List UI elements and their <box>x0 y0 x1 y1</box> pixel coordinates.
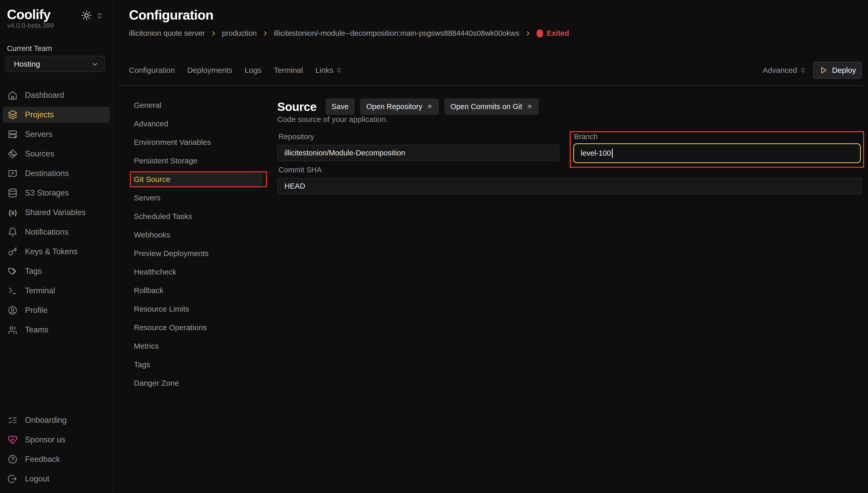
branch-input[interactable]: level-100 <box>573 143 861 163</box>
external-link-icon <box>426 103 433 110</box>
sidebar-item-dashboard[interactable]: Dashboard <box>0 85 112 105</box>
bell-icon <box>8 227 18 237</box>
subnav-item-rollback[interactable]: Rollback <box>129 281 268 300</box>
source-header-row: Source Save Open Repository Open Commits… <box>277 99 538 115</box>
chevrons-up-down-icon <box>336 67 342 73</box>
breadcrumb: illicitonion quote server production ill… <box>129 29 569 38</box>
theme-toggle-button[interactable] <box>81 10 92 21</box>
subnav-item-scheduled-tasks[interactable]: Scheduled Tasks <box>129 207 268 226</box>
database-icon <box>8 188 18 198</box>
layers-icon <box>8 110 18 120</box>
external-link-icon <box>526 103 533 110</box>
subnav-item-environment-variables[interactable]: Environment Variables <box>129 133 268 152</box>
current-team-label: Current Team <box>7 44 52 53</box>
sidebar-item-sponsor-us[interactable]: Sponsor us <box>0 430 112 450</box>
open-commits-button[interactable]: Open Commits on Git <box>445 99 538 115</box>
tab-terminal[interactable]: Terminal <box>274 66 303 74</box>
sidebar-item-tags[interactable]: Tags <box>0 261 112 281</box>
sidebar-item-teams[interactable]: Teams <box>0 320 112 340</box>
source-section-title: Source <box>277 100 317 114</box>
settings-subnav: General Advanced Environment Variables P… <box>129 96 268 392</box>
home-icon <box>8 90 18 100</box>
breadcrumb-application[interactable]: illicitestonion/-module--decomposition:m… <box>274 29 519 38</box>
sidebar-footer-nav: Onboarding Sponsor us Feedback Logout <box>0 410 112 489</box>
advanced-dropdown[interactable]: Advanced <box>763 63 806 78</box>
subnav-item-resource-limits[interactable]: Resource Limits <box>129 300 268 318</box>
sidebar-item-keys-tokens[interactable]: Keys & Tokens <box>0 242 112 261</box>
text-cursor <box>612 149 613 158</box>
sidebar: Coolify v4.0.0-beta.399 Current Team Hos… <box>0 0 112 493</box>
chevrons-up-down-icon <box>96 12 104 20</box>
tab-logs[interactable]: Logs <box>245 66 261 74</box>
subnav-item-preview-deployments[interactable]: Preview Deployments <box>129 244 268 263</box>
users-icon <box>8 325 18 335</box>
tab-configuration[interactable]: Configuration <box>129 66 175 74</box>
commit-sha-label: Commit SHA <box>278 166 322 174</box>
app-version: v4.0.0-beta.399 <box>7 22 54 29</box>
sidebar-item-terminal[interactable]: Terminal <box>0 281 112 301</box>
breadcrumb-project[interactable]: illicitonion quote server <box>129 29 205 38</box>
sidebar-item-projects[interactable]: Projects <box>3 107 110 123</box>
subnav-item-resource-operations[interactable]: Resource Operations <box>129 318 268 337</box>
deploy-button[interactable]: Deploy <box>813 62 862 79</box>
git-source-icon <box>8 149 18 159</box>
sidebar-item-shared-variables[interactable]: (x) Shared Variables <box>0 203 112 222</box>
checklist-icon <box>8 415 18 425</box>
subnav-item-servers[interactable]: Servers <box>129 189 268 207</box>
subnav-item-git-source[interactable]: Git Source <box>132 173 263 186</box>
sidebar-item-servers[interactable]: Servers <box>0 125 112 144</box>
subnav-item-metrics[interactable]: Metrics <box>129 337 268 355</box>
team-select-value: Hosting <box>14 60 40 68</box>
server-icon <box>8 129 18 139</box>
subnav-item-healthcheck[interactable]: Healthcheck <box>129 263 268 281</box>
key-icon <box>8 247 18 257</box>
tab-deployments[interactable]: Deployments <box>187 66 232 74</box>
sun-icon <box>81 10 92 21</box>
sidebar-collapse-control[interactable] <box>95 11 104 20</box>
chevron-right-icon <box>262 30 269 37</box>
divider <box>119 85 864 86</box>
tab-links[interactable]: Links <box>315 66 342 74</box>
map-icon <box>8 169 18 178</box>
subnav-item-danger-zone[interactable]: Danger Zone <box>129 374 268 392</box>
subnav-item-general[interactable]: General <box>129 96 268 114</box>
help-circle-icon <box>8 454 18 464</box>
chevron-down-icon <box>91 60 99 68</box>
sidebar-item-destinations[interactable]: Destinations <box>0 164 112 183</box>
chevron-right-icon <box>210 30 217 37</box>
chevrons-up-down-icon <box>800 67 806 73</box>
sidebar-item-profile[interactable]: Profile <box>0 301 112 320</box>
main-content: Configuration illicitonion quote server … <box>112 0 868 493</box>
play-icon <box>819 66 828 74</box>
subnav-item-tags[interactable]: Tags <box>129 355 268 374</box>
subnav-item-webhooks[interactable]: Webhooks <box>129 226 268 244</box>
sidebar-item-sources[interactable]: Sources <box>0 144 112 164</box>
source-description: Code source of your application. <box>277 115 388 124</box>
commit-sha-input[interactable] <box>277 178 862 194</box>
chevron-right-icon <box>525 30 531 37</box>
team-select[interactable]: Hosting <box>6 56 105 72</box>
status-text: Exited <box>547 29 569 38</box>
sidebar-item-notifications[interactable]: Notifications <box>0 222 112 242</box>
subnav-item-advanced[interactable]: Advanced <box>129 114 268 133</box>
subnav-item-persistent-storage[interactable]: Persistent Storage <box>129 152 268 170</box>
user-circle-icon <box>8 305 18 315</box>
status-dot-icon <box>536 29 543 38</box>
repository-input[interactable] <box>277 145 559 161</box>
breadcrumb-environment[interactable]: production <box>222 29 257 38</box>
status-badge: Exited <box>536 29 569 38</box>
terminal-icon <box>8 286 18 296</box>
sidebar-item-onboarding[interactable]: Onboarding <box>0 410 112 430</box>
app-logo[interactable]: Coolify <box>7 7 50 22</box>
tags-icon <box>8 266 18 276</box>
page-title: Configuration <box>129 7 213 23</box>
logout-icon <box>8 474 18 484</box>
save-button[interactable]: Save <box>326 99 355 115</box>
sidebar-item-feedback[interactable]: Feedback <box>0 450 112 469</box>
branch-label: Branch <box>574 132 598 141</box>
open-repository-button[interactable]: Open Repository <box>360 99 439 115</box>
sidebar-item-logout[interactable]: Logout <box>0 469 112 489</box>
sidebar-item-s3-storages[interactable]: S3 Storages <box>0 183 112 203</box>
variables-icon: (x) <box>8 208 18 217</box>
tab-bar: Configuration Deployments Logs Terminal … <box>129 63 342 78</box>
